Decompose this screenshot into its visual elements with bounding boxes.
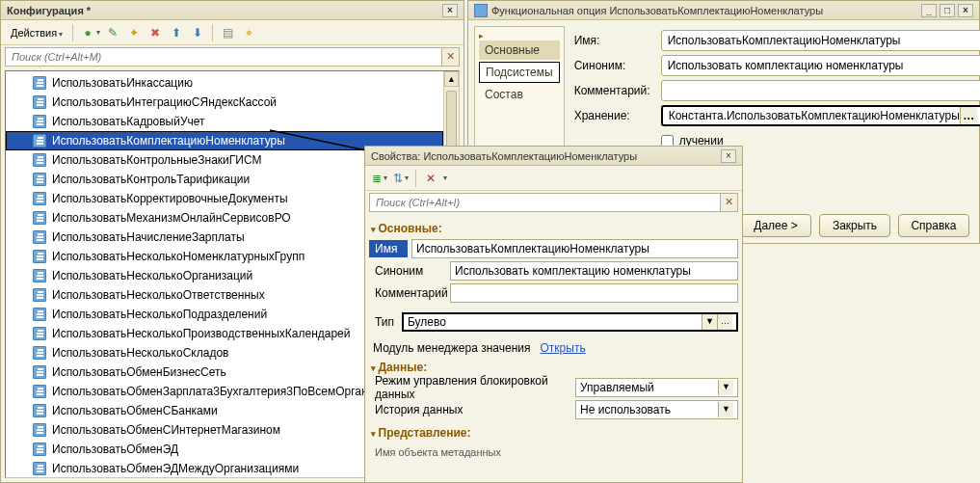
constant-icon xyxy=(33,192,46,205)
constant-icon xyxy=(33,385,46,398)
filter-icon[interactable]: ⌖ xyxy=(240,24,257,41)
props-titlebar: Свойства: ИспользоватьКомплектациюНоменк… xyxy=(365,147,742,166)
clear-icon[interactable]: ✕ xyxy=(422,170,439,187)
config-searchbox: ✕ xyxy=(5,47,460,67)
tree-item-label: ИспользоватьОбменБизнесСеть xyxy=(52,365,226,379)
props-comment-input[interactable] xyxy=(450,283,738,303)
edit-icon[interactable]: ✎ xyxy=(104,24,121,41)
func-storage-input[interactable]: Константа.ИспользоватьКомплектациюНоменк… xyxy=(661,105,980,126)
config-title: Конфигурация * xyxy=(7,5,91,16)
history-dropdown-icon[interactable]: ▼ xyxy=(718,402,733,417)
tab-content[interactable]: Состав xyxy=(479,85,560,104)
add-icon[interactable]: ● xyxy=(79,24,96,41)
constant-icon xyxy=(33,95,46,109)
props-history-input[interactable]: Не использовать ▼ xyxy=(575,400,738,419)
close-icon[interactable]: × xyxy=(721,149,736,163)
lbl-synonym: Синоним xyxy=(369,264,446,278)
props-lock-input[interactable]: Управляемый ▼ xyxy=(575,378,738,397)
minimize-icon[interactable]: _ xyxy=(921,4,937,17)
tree-item-label: ИспользоватьКомплектациюНоменклатуры xyxy=(52,134,285,148)
constant-icon xyxy=(33,288,46,302)
tree-item-label: ИспользоватьКонтрольныеЗнакиГИСМ xyxy=(52,153,261,167)
props-toolbar: ≣ ⇅ ✕ ▾ xyxy=(365,166,742,191)
close-button[interactable]: Закрыть xyxy=(819,214,890,237)
storage-choose-icon[interactable]: … xyxy=(960,107,977,124)
tree-item[interactable]: ИспользоватьКадровыйУчет xyxy=(6,112,443,131)
lbl-name: Имя xyxy=(369,240,408,257)
help-button[interactable]: Справка xyxy=(898,214,969,237)
section-main[interactable]: Основные: xyxy=(371,222,738,235)
config-search-input[interactable] xyxy=(5,47,442,67)
props-name-input[interactable]: ИспользоватьКомплектациюНоменклатуры xyxy=(411,239,738,258)
props-search-input[interactable] xyxy=(369,193,721,212)
props-searchbox: ✕ xyxy=(369,193,738,212)
props-synonym-input[interactable]: Использовать комплектацию номенклатуры xyxy=(450,261,738,281)
tree-item-label: ИспользоватьНачислениеЗарплаты xyxy=(52,230,245,244)
section-data[interactable]: Данные: xyxy=(371,361,738,374)
search-clear-icon[interactable]: ✕ xyxy=(442,47,460,67)
wand-icon[interactable]: ✦ xyxy=(125,24,143,41)
lbl-synonym: Синоним: xyxy=(574,59,655,72)
constant-icon xyxy=(33,153,46,167)
close-icon[interactable]: × xyxy=(958,4,973,17)
tree-item-label: ИспользоватьНесколькоСкладов xyxy=(52,346,228,360)
tree-item-label: ИспользоватьМеханизмОнлайнСервисовРО xyxy=(52,211,291,225)
constant-icon xyxy=(33,134,46,148)
open-module-link[interactable]: Открыть xyxy=(541,341,586,355)
tree-item-label: ИспользоватьКорректировочныеДокументы xyxy=(52,192,288,205)
constant-icon xyxy=(33,269,46,282)
tree-item-label: ИспользоватьОбменСБанками xyxy=(52,404,218,417)
search-clear-icon[interactable]: ✕ xyxy=(721,193,738,212)
sort-icon[interactable]: ⇅ xyxy=(392,170,410,187)
list-icon[interactable]: ▤ xyxy=(219,24,236,41)
section-pres[interactable]: Представление: xyxy=(371,426,738,440)
config-titlebar: Конфигурация * × xyxy=(1,1,464,20)
constant-icon xyxy=(33,462,46,475)
tree-item-label: ИспользоватьОбменСИнтернетМагазином xyxy=(52,423,280,437)
tree-item-label: ИспользоватьНесколькоОрганизаций xyxy=(52,269,252,282)
constant-icon xyxy=(33,308,46,321)
tree-item[interactable]: ИспользоватьИнтеграциюСЯндексКассой xyxy=(6,93,443,112)
func-title: Функциональная опция ИспользоватьКомплек… xyxy=(491,5,823,16)
tab-subsystems[interactable]: Подсистемы xyxy=(479,62,560,83)
type-dropdown-icon[interactable]: ▼ xyxy=(702,314,717,330)
up-icon[interactable]: ⬆ xyxy=(168,24,185,41)
tab-main[interactable]: Основные xyxy=(479,40,560,60)
props-type-input[interactable]: Булево ▼ … xyxy=(402,312,738,332)
close-icon[interactable]: × xyxy=(442,4,458,17)
constant-icon xyxy=(33,404,46,417)
constant-icon xyxy=(33,115,46,128)
constant-icon xyxy=(33,443,46,456)
tree-item-label: ИспользоватьНесколькоНоменклатурныхГрупп xyxy=(52,250,305,263)
lock-dropdown-icon[interactable]: ▼ xyxy=(718,380,733,395)
func-comment-input[interactable] xyxy=(661,80,980,101)
down-icon[interactable]: ⬇ xyxy=(189,24,206,41)
func-synonym-input[interactable]: Использовать комплектацию номенклатуры xyxy=(661,55,980,76)
constant-icon xyxy=(33,365,46,379)
func-name-input[interactable]: ИспользоватьКомплектациюНоменклатуры xyxy=(661,30,980,51)
lbl-comment: Комментарий xyxy=(369,286,446,300)
delete-icon[interactable]: ✖ xyxy=(146,24,164,41)
constant-icon xyxy=(33,250,46,263)
tree-item-label: ИспользоватьИнкассацию xyxy=(52,76,193,90)
view-icon[interactable]: ≣ xyxy=(371,170,388,187)
func-option-icon xyxy=(474,4,488,17)
next-button[interactable]: Далее > xyxy=(740,214,811,237)
constant-icon xyxy=(33,211,46,225)
tree-item-label: ИспользоватьКонтрольТарификации xyxy=(52,173,250,186)
tree-item-label: ИспользоватьОбменЭДМеждуОрганизациями xyxy=(52,462,299,475)
lbl-lock: Режим управления блокировкой данных xyxy=(369,374,571,401)
scroll-up-icon[interactable]: ▲ xyxy=(444,71,459,87)
lbl-storage: Хранение: xyxy=(574,109,655,122)
lbl-history: История данных xyxy=(369,403,571,416)
constant-icon xyxy=(33,173,46,186)
lbl-comment: Комментарий: xyxy=(574,84,655,97)
lbl-name: Имя: xyxy=(574,34,655,47)
constant-icon xyxy=(33,230,46,244)
actions-menu[interactable]: Действия xyxy=(7,25,66,40)
type-choose-icon[interactable]: … xyxy=(717,314,732,330)
constant-icon xyxy=(33,423,46,437)
constant-icon xyxy=(33,327,46,340)
maximize-icon[interactable]: □ xyxy=(940,4,955,17)
tree-item[interactable]: ИспользоватьИнкассацию xyxy=(6,73,443,93)
